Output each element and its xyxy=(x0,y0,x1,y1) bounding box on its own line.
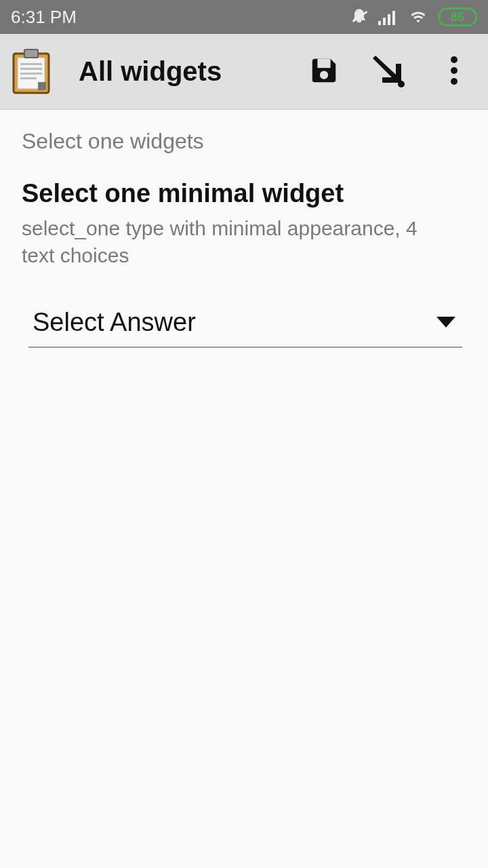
svg-rect-13 xyxy=(317,58,330,67)
mute-icon xyxy=(350,7,369,26)
svg-marker-15 xyxy=(373,56,401,83)
svg-rect-11 xyxy=(20,77,37,79)
answer-select[interactable]: Select Answer xyxy=(28,308,462,348)
chevron-down-icon xyxy=(436,317,455,328)
svg-point-19 xyxy=(451,78,458,85)
app-bar-actions xyxy=(306,54,477,90)
signal-icon xyxy=(378,9,399,25)
app-title: All widgets xyxy=(79,56,306,87)
svg-rect-3 xyxy=(388,14,390,25)
section-label: Select one widgets xyxy=(22,129,466,154)
svg-rect-10 xyxy=(20,73,42,75)
svg-rect-8 xyxy=(20,63,42,65)
svg-rect-1 xyxy=(378,21,381,25)
save-button[interactable] xyxy=(306,54,342,90)
save-icon xyxy=(308,55,340,89)
content: Select one widgets Select one minimal wi… xyxy=(0,110,488,367)
svg-point-14 xyxy=(320,71,328,79)
status-right: 86 xyxy=(350,7,477,26)
goto-button[interactable] xyxy=(371,54,407,90)
svg-point-17 xyxy=(451,56,458,63)
clipboard-icon xyxy=(11,48,52,96)
svg-rect-9 xyxy=(20,68,42,70)
svg-rect-7 xyxy=(24,50,38,58)
status-time: 6:31 PM xyxy=(11,7,77,28)
arrow-down-right-icon xyxy=(371,53,407,91)
svg-point-18 xyxy=(451,67,458,74)
battery-indicator: 86 xyxy=(438,7,477,26)
app-bar: All widgets xyxy=(0,34,488,110)
wifi-icon xyxy=(408,9,428,25)
answer-select-value: Select Answer xyxy=(33,308,196,337)
svg-rect-12 xyxy=(38,82,46,90)
svg-rect-2 xyxy=(383,18,386,25)
question-hint: select_one type with minimal appearance,… xyxy=(22,215,455,270)
status-bar: 6:31 PM 86 xyxy=(0,0,488,34)
question-title: Select one minimal widget xyxy=(22,178,466,210)
more-vert-icon xyxy=(450,56,458,88)
svg-rect-4 xyxy=(392,11,395,25)
more-button[interactable] xyxy=(436,54,472,90)
battery-percent: 86 xyxy=(451,10,464,24)
svg-point-16 xyxy=(398,81,405,87)
